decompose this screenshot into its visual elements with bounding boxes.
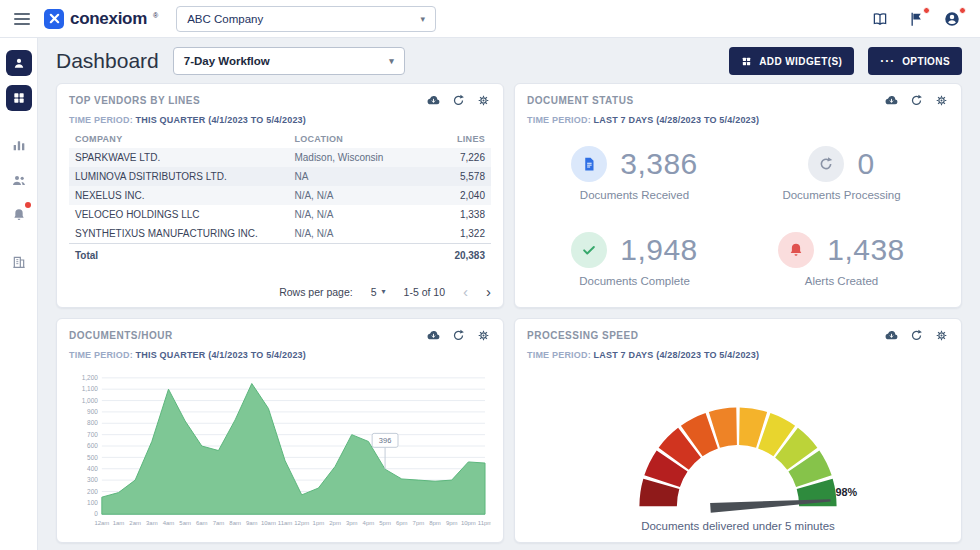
download-icon[interactable] — [884, 328, 899, 343]
settings-gear-icon[interactable] — [934, 93, 949, 108]
topbar-icons — [870, 9, 966, 29]
svg-text:1pm: 1pm — [313, 520, 325, 526]
column-header-location: LOCATION — [288, 130, 415, 148]
download-icon[interactable] — [426, 328, 441, 343]
docs-book-icon[interactable] — [870, 9, 890, 29]
svg-text:9pm: 9pm — [446, 520, 458, 526]
page-title: Dashboard — [56, 49, 159, 73]
stat-documents-received: 3,386 Documents Received — [531, 134, 738, 213]
widget-document-status: DOCUMENT STATUS TIME PERIOD: LAST 7 DAYS… — [514, 83, 962, 308]
settings-gear-icon[interactable] — [934, 328, 949, 343]
bell-icon — [778, 232, 814, 268]
table-row[interactable]: VELOCEO HOLDINGS LLCN/A, N/A1,338 — [69, 205, 491, 224]
refresh-icon[interactable] — [909, 93, 924, 108]
stat-value: 1,948 — [620, 233, 698, 267]
chevron-down-icon: ▾ — [382, 287, 386, 296]
documents-hour-chart[interactable]: 01002003004005006007008009001,0001,1001,… — [69, 365, 491, 534]
svg-text:5pm: 5pm — [379, 520, 391, 526]
time-period: TIME PERIOD: LAST 7 DAYS (4/28/2023 TO 5… — [527, 350, 949, 360]
stat-value: 3,386 — [620, 147, 698, 181]
pagination-range: 1-5 of 10 — [404, 286, 445, 298]
sidebar-item-users[interactable] — [6, 167, 32, 193]
users-icon — [11, 172, 27, 188]
svg-text:4pm: 4pm — [363, 520, 375, 526]
svg-text:6pm: 6pm — [396, 520, 408, 526]
flag-notifications-icon[interactable] — [906, 9, 926, 29]
menu-icon[interactable] — [14, 13, 30, 25]
next-page-icon[interactable]: › — [486, 284, 491, 299]
sidebar-item-account[interactable] — [6, 50, 32, 76]
logo-text: conexiom — [70, 9, 147, 29]
conexiom-logo[interactable]: conexiom ® — [44, 9, 158, 29]
table-row[interactable]: SPARKWAVE LTD.Madison, Wisconsin7,226 — [69, 148, 491, 167]
settings-gear-icon[interactable] — [476, 93, 491, 108]
table-row[interactable]: NEXELUS INC.N/A, N/A2,040 — [69, 186, 491, 205]
notification-dot — [923, 7, 930, 14]
svg-text:800: 800 — [87, 419, 98, 426]
svg-text:0: 0 — [94, 510, 98, 517]
person-icon — [12, 56, 26, 70]
stat-value: 0 — [857, 147, 874, 181]
rows-per-page-selector[interactable]: 5 ▾ — [371, 286, 386, 298]
column-header-company: COMPANY — [69, 130, 288, 148]
document-status-grid: 3,386 Documents Received 0 Documents Pro… — [527, 130, 949, 299]
svg-text:5am: 5am — [179, 520, 191, 526]
add-widgets-button[interactable]: ADD WIDGET(S) — [729, 47, 854, 75]
rows-per-page-label: Rows per page: — [279, 286, 353, 298]
previous-page-icon[interactable]: ‹ — [463, 284, 468, 299]
stat-value: 1,438 — [827, 233, 905, 267]
page-header: Dashboard 7-Day Workflow ▾ ADD WIDGET(S)… — [38, 38, 980, 83]
stat-label: Alerts Created — [805, 275, 879, 287]
widget-title: DOCUMENT STATUS — [527, 95, 634, 106]
svg-text:8am: 8am — [229, 520, 241, 526]
table-total-row: Total 20,383 — [69, 244, 491, 266]
time-period: TIME PERIOD: THIS QUARTER (4/1/2023 TO 5… — [69, 115, 491, 125]
building-icon — [11, 254, 27, 270]
conexiom-logo-icon — [44, 9, 64, 29]
sidebar-item-analytics[interactable] — [6, 132, 32, 158]
svg-text:300: 300 — [87, 476, 98, 483]
sync-icon — [808, 146, 844, 182]
chevron-down-icon: ▾ — [421, 14, 426, 24]
time-period: TIME PERIOD: THIS QUARTER (4/1/2023 TO 5… — [69, 350, 491, 360]
svg-text:396: 396 — [379, 436, 391, 445]
download-icon[interactable] — [426, 93, 441, 108]
table-pagination: Rows per page: 5 ▾ 1-5 of 10 ‹ › — [69, 280, 491, 299]
sidebar-item-organization[interactable] — [6, 249, 32, 275]
bar-chart-icon — [11, 137, 27, 153]
refresh-icon[interactable] — [451, 328, 466, 343]
sidebar-item-notifications[interactable] — [6, 202, 32, 228]
svg-text:6am: 6am — [196, 520, 208, 526]
check-icon — [571, 232, 607, 268]
settings-gear-icon[interactable] — [476, 328, 491, 343]
svg-text:700: 700 — [87, 431, 98, 438]
refresh-icon[interactable] — [909, 328, 924, 343]
svg-text:7am: 7am — [213, 520, 225, 526]
workflow-selector[interactable]: 7-Day Workflow ▾ — [173, 47, 405, 75]
vendors-table: COMPANY LOCATION LINES SPARKWAVE LTD.Mad… — [69, 130, 491, 265]
stat-documents-complete: 1,948 Documents Complete — [531, 221, 738, 300]
refresh-icon[interactable] — [451, 93, 466, 108]
svg-text:1,000: 1,000 — [82, 397, 99, 404]
svg-text:7pm: 7pm — [413, 520, 425, 526]
company-selector[interactable]: ABC Company ▾ — [176, 6, 436, 32]
svg-text:3pm: 3pm — [346, 520, 358, 526]
table-row[interactable]: SYNTHETIXUS MANUFACTURING INC.N/A, N/A1,… — [69, 224, 491, 244]
svg-text:400: 400 — [87, 465, 98, 472]
user-account-icon[interactable] — [942, 9, 962, 29]
dashboard-grid-icon — [12, 91, 26, 105]
options-button[interactable]: ··· OPTIONS — [868, 47, 962, 75]
table-row[interactable]: LUMINOVA DSITRIBUTORS LTD.NA5,578 — [69, 167, 491, 186]
widget-title: TOP VENDORS BY LINES — [69, 95, 200, 106]
sidebar — [0, 38, 38, 550]
svg-text:1,200: 1,200 — [82, 374, 99, 381]
stat-alerts-created: 1,438 Alerts Created — [738, 221, 945, 300]
download-icon[interactable] — [884, 93, 899, 108]
topbar: conexiom ® ABC Company ▾ — [0, 0, 980, 38]
company-selector-value: ABC Company — [187, 13, 263, 25]
svg-text:98%: 98% — [835, 486, 857, 498]
svg-text:1am: 1am — [113, 520, 125, 526]
options-label: OPTIONS — [902, 56, 950, 67]
svg-text:600: 600 — [87, 442, 98, 449]
sidebar-item-dashboard[interactable] — [6, 85, 32, 111]
